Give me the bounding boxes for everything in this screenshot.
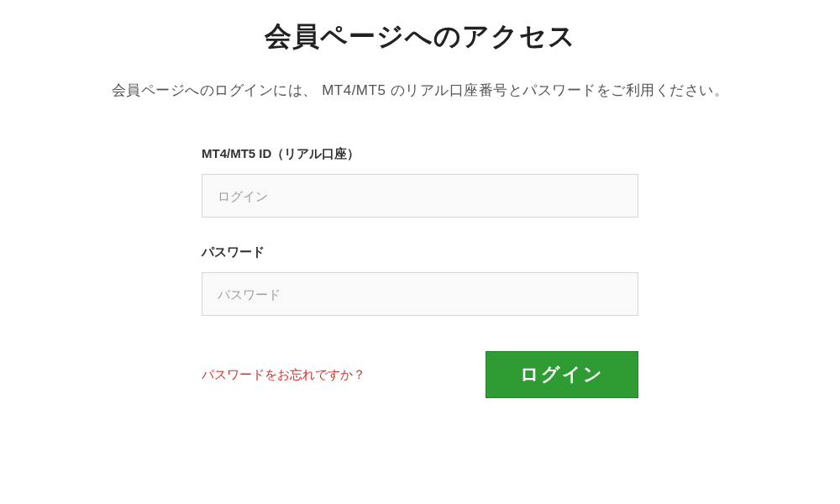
password-label: パスワード [202, 244, 638, 260]
form-bottom-row: パスワードをお忘れですか？ ログイン [202, 351, 638, 398]
login-container: 会員ページへのアクセス 会員ページへのログインには、 MT4/MT5 のリアル口… [0, 0, 840, 398]
page-title: 会員ページへのアクセス [0, 18, 840, 55]
password-input[interactable] [202, 272, 638, 316]
page-subtitle: 会員ページへのログインには、 MT4/MT5 のリアル口座番号とパスワードをご利… [0, 81, 840, 100]
forgot-password-link[interactable]: パスワードをお忘れですか？ [202, 367, 365, 383]
login-form: MT4/MT5 ID（リアル口座） パスワード パスワードをお忘れですか？ ログ… [202, 146, 638, 398]
account-id-label: MT4/MT5 ID（リアル口座） [202, 146, 638, 162]
login-button[interactable]: ログイン [486, 351, 638, 398]
account-id-input[interactable] [202, 174, 638, 218]
